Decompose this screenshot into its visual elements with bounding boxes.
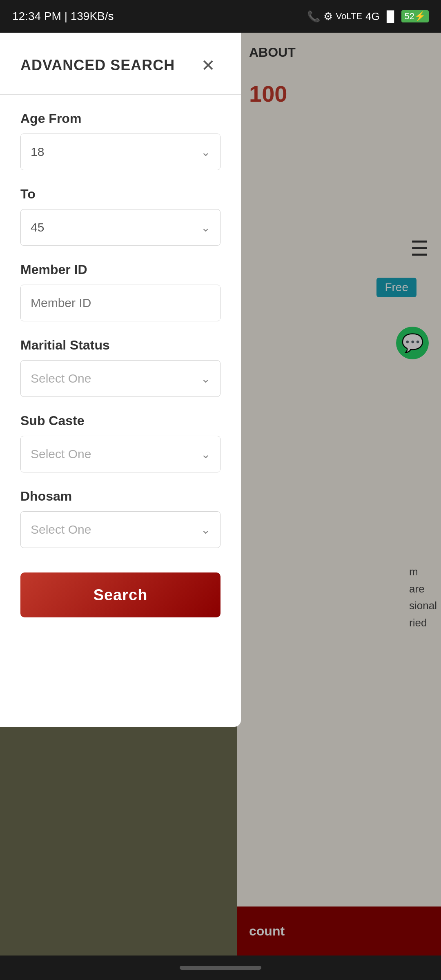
chevron-down-icon-4: ⌄ — [201, 448, 210, 461]
call-icon: 📞 — [307, 10, 320, 23]
age-to-dropdown[interactable]: 45 ⌄ — [20, 209, 220, 246]
advanced-search-modal: ADVANCED SEARCH ✕ Age From 18 ⌄ To 45 ⌄ … — [0, 33, 241, 727]
marital-status-group: Maritial Status Select One ⌄ — [20, 338, 220, 397]
dhosam-placeholder: Select One — [31, 523, 91, 537]
signal-icon: ▐▌ — [383, 10, 398, 23]
member-id-label: Member ID — [20, 262, 220, 277]
close-button[interactable]: ✕ — [196, 53, 220, 78]
sub-caste-label: Sub Caste — [20, 413, 220, 428]
chevron-down-icon-3: ⌄ — [201, 372, 210, 385]
marital-status-label: Maritial Status — [20, 338, 220, 353]
age-to-label: To — [20, 187, 220, 202]
age-to-group: To 45 ⌄ — [20, 187, 220, 246]
sub-caste-dropdown[interactable]: Select One ⌄ — [20, 436, 220, 472]
battery-indicator: 52 ⚡ — [401, 10, 429, 22]
dhosam-dropdown[interactable]: Select One ⌄ — [20, 511, 220, 548]
age-from-label: Age From — [20, 111, 220, 126]
sub-caste-group: Sub Caste Select One ⌄ — [20, 413, 220, 472]
modal-body: Age From 18 ⌄ To 45 ⌄ Member ID Maritial… — [0, 95, 241, 634]
dhosam-label: Dhosam — [20, 489, 220, 504]
dhosam-group: Dhosam Select One ⌄ — [20, 489, 220, 548]
age-from-group: Age From 18 ⌄ — [20, 111, 220, 170]
status-icons: 📞 ⚙ VoLTE 4G ▐▌ 52 ⚡ — [307, 10, 429, 23]
age-to-value: 45 — [31, 220, 44, 234]
volte-icon: VoLTE — [336, 11, 362, 22]
chevron-down-icon-5: ⌄ — [201, 523, 210, 537]
marital-status-placeholder: Select One — [31, 372, 91, 385]
sub-caste-placeholder: Select One — [31, 447, 91, 461]
modal-header: ADVANCED SEARCH ✕ — [0, 33, 241, 95]
marital-status-dropdown[interactable]: Select One ⌄ — [20, 360, 220, 397]
member-id-group: Member ID — [20, 262, 220, 321]
bottom-nav-bar — [0, 956, 441, 980]
search-button[interactable]: Search — [20, 572, 220, 617]
age-from-value: 18 — [31, 145, 44, 159]
status-time: 12:34 PM | 139KB/s — [12, 10, 114, 23]
status-bar: 12:34 PM | 139KB/s 📞 ⚙ VoLTE 4G ▐▌ 52 ⚡ — [0, 0, 441, 33]
age-from-dropdown[interactable]: 18 ⌄ — [20, 134, 220, 170]
chevron-down-icon: ⌄ — [201, 145, 210, 159]
member-id-input-wrapper — [20, 285, 220, 321]
bottom-pill — [180, 966, 261, 970]
modal-title: ADVANCED SEARCH — [20, 57, 175, 74]
settings-icon: ⚙ — [323, 10, 333, 23]
chevron-down-icon-2: ⌄ — [201, 221, 210, 234]
network-label: 4G — [365, 10, 380, 23]
member-id-input[interactable] — [31, 296, 210, 310]
